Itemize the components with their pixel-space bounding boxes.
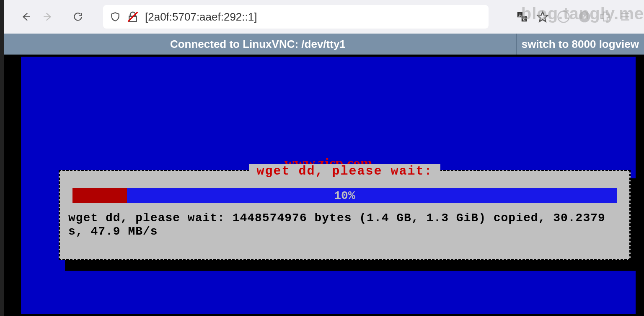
progress-percent: 10% — [334, 189, 355, 202]
reload-button[interactable] — [69, 8, 87, 26]
address-bar[interactable]: [2a0f:5707:aaef:292::1] — [103, 5, 489, 29]
vnc-viewport: www.zjcp.com wget dd, please wait: 10% w… — [0, 55, 644, 316]
progress-fill — [72, 188, 127, 203]
arrow-left-icon — [21, 11, 31, 22]
dialog-title: wget dd, please wait: — [249, 164, 440, 178]
progress-dialog: wget dd, please wait: 10% wget dd, pleas… — [59, 170, 631, 260]
watermark-blog: blog.tangly.me — [521, 4, 644, 23]
reload-icon — [72, 11, 83, 22]
vnc-title: Connected to LinuxVNC: /dev/tty1 — [0, 38, 516, 51]
forward-button[interactable] — [39, 8, 57, 26]
shield-icon — [110, 11, 121, 22]
vnc-header: Connected to LinuxVNC: /dev/tty1 switch … — [0, 34, 644, 55]
lock-insecure-icon — [127, 10, 139, 23]
url-text: [2a0f:5707:aaef:292::1] — [145, 10, 257, 24]
console-screen[interactable]: www.zjcp.com wget dd, please wait: 10% w… — [21, 57, 636, 314]
vnc-switch-button[interactable]: switch to 8000 logview — [516, 34, 644, 55]
progress-bar: 10% — [72, 188, 617, 203]
status-text: wget dd, please wait: 1448574976 bytes (… — [68, 212, 621, 238]
back-button[interactable] — [17, 8, 35, 26]
left-strip — [0, 0, 4, 316]
arrow-right-icon — [42, 11, 53, 22]
